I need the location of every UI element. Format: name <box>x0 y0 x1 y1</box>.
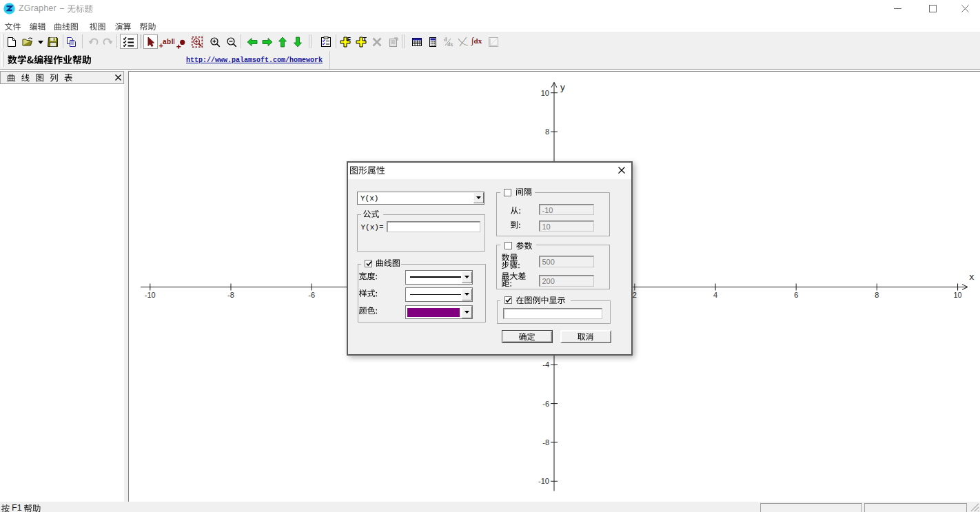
svg-text:-8: -8 <box>542 438 549 447</box>
svg-text:-4: -4 <box>542 360 549 369</box>
svg-text:-6: -6 <box>308 291 315 299</box>
svg-text:F: F <box>347 37 351 43</box>
svg-text:T: T <box>363 37 367 43</box>
svg-text:y: y <box>560 82 565 92</box>
svg-text:10: 10 <box>541 89 549 97</box>
svg-text:8: 8 <box>545 127 549 136</box>
svg-text:-10: -10 <box>538 477 549 485</box>
svg-text:x: x <box>970 272 974 282</box>
svg-text:-8: -8 <box>227 291 234 299</box>
svg-text:10: 10 <box>953 291 961 299</box>
svg-text:-6: -6 <box>542 400 549 408</box>
svg-text:dx: dx <box>447 41 453 48</box>
svg-text:-10: -10 <box>145 291 156 299</box>
svg-text:8: 8 <box>875 291 879 299</box>
svg-text:6: 6 <box>794 291 798 299</box>
svg-text:4: 4 <box>713 291 717 299</box>
svg-text:2: 2 <box>633 291 637 299</box>
